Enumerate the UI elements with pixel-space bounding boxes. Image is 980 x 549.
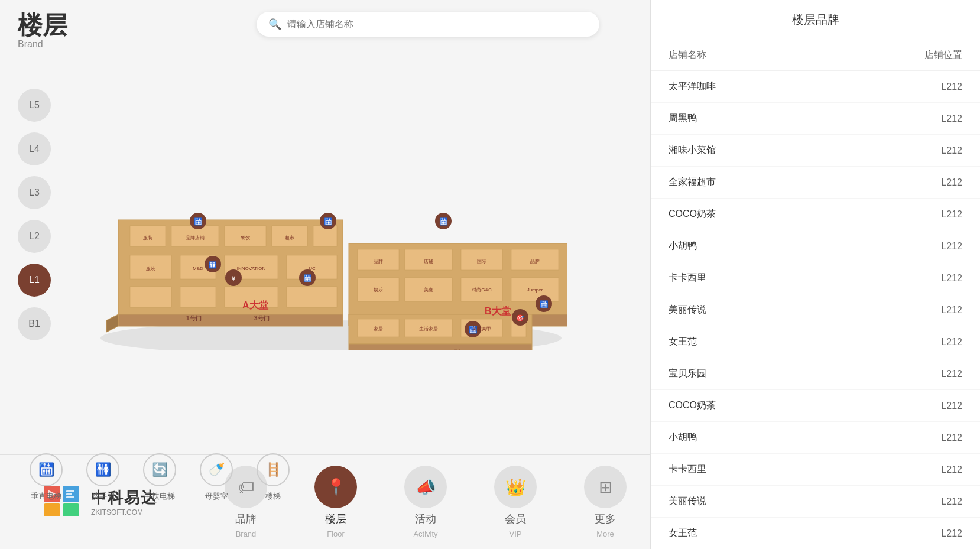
svg-text:品牌: 品牌	[530, 259, 540, 264]
brand-item-6[interactable]: 卡卡西里 L212	[651, 262, 980, 294]
svg-text:餐饮: 餐饮	[241, 235, 250, 241]
restroom-label: 洗手间	[92, 491, 115, 502]
brand-item-7[interactable]: 美丽传说 L212	[651, 294, 980, 326]
svg-rect-18	[180, 287, 216, 307]
stairs-label: 楼梯	[265, 491, 281, 502]
brand-location-1: L212	[941, 113, 962, 124]
legend: 🛗 垂直电梯 🚻 洗手间 🔄 手扶电梯 🍼 母婴室 🪜 楼梯	[30, 453, 290, 502]
nav-label-cn-vip: 会员	[505, 512, 526, 526]
svg-rect-12	[313, 226, 337, 246]
svg-text:时尚G&C: 时尚G&C	[472, 287, 492, 293]
brand-name-10: COCO奶茶	[669, 399, 716, 412]
search-container: 🔍	[257, 12, 599, 37]
nav-label-en-activity: Activity	[413, 529, 437, 538]
brand-location-9: L212	[941, 369, 962, 379]
brand-location-2: L212	[941, 145, 962, 156]
brand-location-4: L212	[941, 209, 962, 220]
floor-map[interactable]: 1号门 3号门 7号门 A大堂 B大堂 🛗 🛗 🛗 🛗 🛗	[83, 173, 567, 350]
brand-item-2[interactable]: 湘味小菜馆 L212	[651, 135, 980, 167]
nav-label-cn-activity: 活动	[415, 512, 436, 526]
nav-icon-activity: 📣	[404, 466, 447, 508]
brand-location-11: L212	[941, 433, 962, 443]
col-store-name: 店铺名称	[669, 49, 706, 61]
brand-name-1: 周黑鸭	[669, 112, 697, 125]
svg-text:🚻: 🚻	[209, 261, 217, 269]
svg-text:Jumper: Jumper	[527, 287, 543, 293]
col-headers: 店铺名称 店铺位置	[651, 40, 980, 71]
escalator-label: 手扶电梯	[144, 491, 175, 502]
brand-location-10: L212	[941, 401, 962, 411]
nursing-room-label: 母婴室	[205, 491, 228, 502]
search-bar[interactable]: 🔍	[257, 12, 599, 37]
svg-marker-2	[118, 314, 343, 326]
brand-item-12[interactable]: 卡卡西里 L212	[651, 454, 980, 486]
brand-item-10[interactable]: COCO奶茶 L212	[651, 390, 980, 422]
svg-text:🎯: 🎯	[516, 314, 524, 322]
nav-label-en-vip: VIP	[510, 529, 522, 538]
brand-name-6: 卡卡西里	[669, 272, 706, 284]
brand-name-5: 小胡鸭	[669, 240, 697, 252]
brand-location-6: L212	[941, 273, 962, 284]
right-title: 楼层品牌	[669, 12, 962, 28]
svg-text:美发美甲: 美发美甲	[472, 326, 491, 332]
svg-text:B大堂: B大堂	[485, 306, 511, 316]
col-location: 店铺位置	[924, 49, 962, 61]
svg-text:家居: 家居	[374, 326, 383, 332]
brand-item-0[interactable]: 太平洋咖啡 L212	[651, 71, 980, 103]
svg-text:1号门: 1号门	[186, 315, 202, 321]
svg-text:品牌: 品牌	[374, 259, 383, 264]
svg-text:A大堂: A大堂	[242, 300, 269, 310]
svg-text:3号门: 3号门	[254, 315, 270, 321]
stairs-icon: 🪜	[257, 453, 290, 486]
brand-item-9[interactable]: 宝贝乐园 L212	[651, 358, 980, 390]
brand-location-14: L212	[941, 528, 962, 539]
left-panel: 楼层 Brand 🔍 L5L4L3L2L1B1	[0, 0, 650, 549]
legend-item-stairs: 🪜 楼梯	[257, 453, 290, 502]
brand-item-4[interactable]: COCO奶茶 L212	[651, 199, 980, 230]
search-input[interactable]	[287, 19, 588, 30]
svg-text:超市: 超市	[285, 235, 294, 241]
svg-text:🛗: 🛗	[439, 217, 448, 226]
page-subtitle: Brand	[18, 39, 632, 50]
brand-name-2: 湘味小菜馆	[669, 144, 716, 157]
brand-item-1[interactable]: 周黑鸭 L212	[651, 103, 980, 135]
brand-location-0: L212	[941, 82, 962, 92]
nav-item-more[interactable]: ⊞ 更多 More	[560, 460, 650, 544]
brand-name-7: 美丽传说	[669, 304, 706, 316]
nav-item-vip[interactable]: 👑 会员 VIP	[470, 460, 560, 544]
brand-item-3[interactable]: 全家福超市 L212	[651, 167, 980, 199]
svg-text:M&D: M&D	[193, 266, 203, 271]
brand-location-3: L212	[941, 177, 962, 188]
nav-item-floor[interactable]: 📍 楼层 Floor	[291, 460, 381, 544]
brand-name-4: COCO奶茶	[669, 208, 716, 220]
brand-location-8: L212	[941, 337, 962, 347]
search-icon: 🔍	[268, 18, 281, 31]
escalator-icon: 🔄	[143, 453, 176, 486]
brand-location-5: L212	[941, 241, 962, 252]
nav-label-en-floor: Floor	[327, 529, 345, 538]
nav-label-cn-brand: 品牌	[235, 512, 257, 526]
brand-item-5[interactable]: 小胡鸭 L212	[651, 230, 980, 262]
nav-label-cn-more: 更多	[595, 512, 616, 526]
brand-name-9: 宝贝乐园	[669, 368, 706, 380]
brand-name-3: 全家福超市	[669, 176, 716, 189]
brand-item-13[interactable]: 美丽传说 L212	[651, 486, 980, 518]
nav-icon-vip: 👑	[494, 466, 537, 508]
brand-location-12: L212	[941, 464, 962, 475]
svg-text:🛗: 🛗	[540, 300, 549, 308]
brand-name-12: 卡卡西里	[669, 463, 706, 476]
legend-item-escalator: 🔄 手扶电梯	[143, 453, 176, 502]
nav-icon-more: ⊞	[584, 466, 627, 508]
nav-item-activity[interactable]: 📣 活动 Activity	[381, 460, 470, 544]
svg-text:品牌店铺: 品牌店铺	[186, 235, 205, 241]
legend-item-restroom: 🚻 洗手间	[86, 453, 119, 502]
svg-text:娱乐: 娱乐	[374, 287, 383, 293]
map-area: 1号门 3号门 7号门 A大堂 B大堂 🛗 🛗 🛗 🛗 🛗	[0, 67, 650, 454]
brand-item-11[interactable]: 小胡鸭 L212	[651, 422, 980, 454]
brand-item-14[interactable]: 女王范 L212	[651, 518, 980, 549]
brand-item-8[interactable]: 女王范 L212	[651, 326, 980, 358]
svg-text:生活家居: 生活家居	[419, 326, 438, 332]
svg-rect-17	[130, 287, 171, 307]
brand-location-7: L212	[941, 305, 962, 316]
brand-list[interactable]: 太平洋咖啡 L212 周黑鸭 L212 湘味小菜馆 L212 全家福超市 L21…	[651, 71, 980, 549]
